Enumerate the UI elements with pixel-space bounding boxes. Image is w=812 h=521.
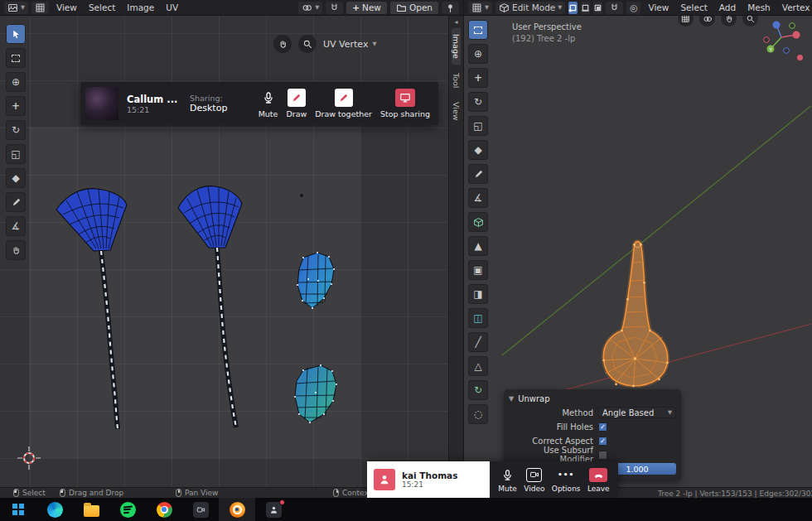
- start-button[interactable]: [0, 498, 36, 521]
- move-tool[interactable]: +: [468, 68, 488, 88]
- extrude-region-tool[interactable]: ▲: [468, 236, 488, 256]
- taskbar-chrome[interactable]: [146, 498, 182, 521]
- scale-tool[interactable]: ◱: [468, 116, 488, 136]
- vertex-select-mode-button[interactable]: [568, 2, 578, 14]
- status-pan-view: Pan View: [176, 489, 218, 497]
- new-image-button[interactable]: +New: [346, 2, 387, 14]
- transform-tool[interactable]: ◆: [468, 140, 488, 160]
- taskbar-blender[interactable]: [219, 498, 255, 521]
- tab-image[interactable]: Image: [452, 28, 461, 65]
- navigation-gizmo[interactable]: Y: [761, 17, 802, 58]
- snap-icon[interactable]: [606, 2, 623, 14]
- menu-vertex[interactable]: Vertex: [778, 2, 812, 13]
- leave-button[interactable]: Leave: [587, 467, 610, 493]
- measure-tool[interactable]: ∡: [468, 188, 488, 208]
- taskbar-file-explorer[interactable]: [73, 498, 109, 521]
- menu-image[interactable]: Image: [123, 2, 158, 13]
- tab-view[interactable]: View: [452, 96, 461, 127]
- open-image-label: Open: [409, 2, 433, 12]
- measure-tool[interactable]: ∡: [6, 216, 26, 236]
- loop-cut-tool[interactable]: ◫: [468, 308, 488, 328]
- annotate-tool[interactable]: [468, 164, 488, 184]
- zoom-icon[interactable]: [298, 35, 317, 53]
- poly-build-tool[interactable]: △: [468, 356, 488, 376]
- move-tool[interactable]: +: [6, 96, 26, 116]
- use-subsurf-checkbox[interactable]: [598, 451, 607, 460]
- proportional-editing-icon[interactable]: ◎: [626, 2, 640, 14]
- snap-icon[interactable]: [326, 2, 343, 14]
- fill-holes-checkbox[interactable]: ✓: [598, 422, 607, 432]
- plus-icon: +: [352, 2, 360, 12]
- method-dropdown[interactable]: Angle Based ▼: [598, 407, 676, 418]
- edge-select-mode-button[interactable]: [581, 2, 590, 14]
- uv-mode-dropdown[interactable]: UV Vertex ▼: [323, 39, 376, 50]
- draw-button[interactable]: Draw: [286, 89, 307, 118]
- tweak-tool[interactable]: [6, 24, 26, 44]
- pin-icon[interactable]: [442, 2, 459, 14]
- video-button[interactable]: Video: [524, 467, 544, 493]
- mute-button[interactable]: Mute: [498, 467, 517, 493]
- inset-faces-tool[interactable]: ▣: [468, 260, 488, 280]
- options-button[interactable]: ••• Options: [552, 467, 581, 493]
- taskbar-app[interactable]: [182, 498, 219, 521]
- app-icon: [193, 502, 209, 518]
- image-browse-widget[interactable]: [31, 2, 49, 14]
- pivot-icon[interactable]: ▼: [298, 2, 322, 14]
- menu-uv[interactable]: UV: [162, 2, 182, 13]
- add-cube-tool[interactable]: [468, 212, 488, 232]
- face-select-mode-button[interactable]: [593, 2, 602, 14]
- windows-taskbar: [0, 498, 812, 521]
- open-image-button[interactable]: Open: [390, 2, 438, 14]
- draw-together-label: Draw together: [315, 109, 372, 118]
- taskbar-spotify[interactable]: [109, 498, 146, 521]
- check-icon: ✓: [600, 423, 606, 431]
- chevron-down-icon: ▼: [315, 5, 319, 11]
- y-axis-line: [502, 106, 811, 355]
- unwrap-panel-title: Unwrap: [518, 394, 549, 403]
- uv-tool-rail: ⊕ + ↻ ◱ ◆ ∡: [6, 24, 26, 260]
- correct-aspect-label: Correct Aspect: [509, 437, 593, 446]
- select-box-tool[interactable]: [468, 20, 488, 40]
- menu-view[interactable]: View: [52, 2, 81, 13]
- spin-tool[interactable]: ↻: [468, 380, 488, 400]
- more-options-icon: •••: [558, 467, 574, 483]
- screen-share-icon: [399, 92, 411, 104]
- menu-mesh[interactable]: Mesh: [743, 2, 775, 13]
- axis-ball-icon[interactable]: [797, 55, 803, 60]
- new-image-label: New: [362, 2, 381, 12]
- mute-button[interactable]: Mute: [259, 89, 278, 118]
- menu-add[interactable]: Add: [715, 2, 740, 13]
- grab-tool[interactable]: [6, 240, 26, 260]
- scale-tool[interactable]: ◱: [6, 144, 26, 164]
- select-box-tool[interactable]: [6, 48, 26, 68]
- edge-icon: [47, 502, 63, 518]
- stop-sharing-button[interactable]: Stop sharing: [380, 89, 430, 118]
- call-time: 15:21: [127, 105, 181, 114]
- editor-type-selector[interactable]: ▼: [468, 2, 492, 14]
- taskbar-edge[interactable]: [36, 498, 73, 521]
- smooth-tool[interactable]: ◌: [468, 404, 488, 424]
- unwrap-panel-header[interactable]: ▼ Unwrap: [509, 393, 676, 405]
- menu-view[interactable]: View: [644, 2, 673, 13]
- mode-dropdown[interactable]: Edit Mode▼: [495, 2, 565, 14]
- cursor-tool[interactable]: ⊕: [468, 44, 488, 64]
- rotate-tool[interactable]: ↻: [468, 92, 488, 112]
- cursor-tool[interactable]: ⊕: [6, 72, 26, 92]
- rotate-tool[interactable]: ↻: [6, 120, 26, 140]
- pan-view-icon[interactable]: [273, 35, 292, 53]
- menu-select[interactable]: Select: [676, 2, 711, 13]
- draw-together-button[interactable]: Draw together: [315, 89, 372, 118]
- editor-type-selector[interactable]: ▼: [4, 2, 28, 14]
- menu-select[interactable]: Select: [85, 2, 119, 13]
- bevel-tool[interactable]: ◨: [468, 284, 488, 304]
- fill-holes-label: Fill Holes: [509, 422, 593, 432]
- transform-tool[interactable]: ◆: [6, 168, 26, 188]
- tab-tool[interactable]: Tool: [452, 67, 461, 94]
- uv-island-fan-left: [56, 189, 127, 429]
- taskbar-meeting-app[interactable]: [255, 498, 292, 521]
- annotate-tool[interactable]: [6, 192, 26, 212]
- correct-aspect-checkbox[interactable]: ✓: [598, 437, 607, 446]
- sidebar-toggle-icon[interactable]: ◂: [454, 18, 457, 26]
- uv-island-small-lower: [294, 364, 337, 423]
- knife-tool[interactable]: ╱: [468, 332, 488, 352]
